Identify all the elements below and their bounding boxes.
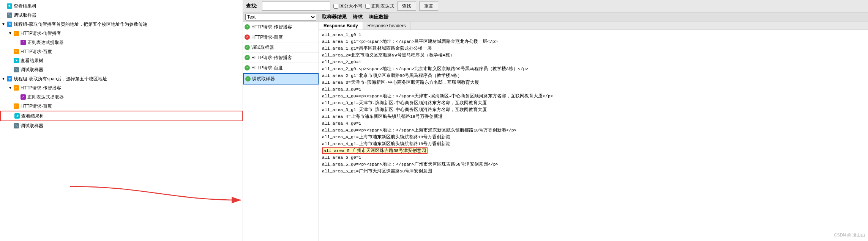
content-line: all_area_3_g1=天津市-滨海新区-中心商务区顺河路东方名邸，互联网教… [322, 100, 865, 106]
tree-item-text: HTTP请求-传智播客 [21, 30, 61, 37]
tree-item-l12[interactable]: HHTTP请求-百度 [0, 102, 243, 111]
tree-item-text: 查看结果树 [14, 2, 36, 10]
mid-item-m2[interactable]: ✕HTTP请求-百度 [243, 32, 319, 42]
thread-icon: ⊕ [7, 22, 12, 27]
find-button[interactable]: 查找 [397, 2, 416, 11]
content-line: all_area_3_g0=<p><span>地址：</span>天津市-滨海新… [322, 93, 865, 100]
content-line: all_area_4=上海市浦东新区航头镇航都路18号万香创新港 [322, 113, 865, 120]
left-tree-panel: 👁查看结果树🔧调试取样器▼⊕线程组-获取传智播客首页的地址，把第五个校区地址作为… [0, 0, 243, 241]
status-green-icon: ✓ [245, 55, 250, 60]
content-line: all_area_2_g0=1 [322, 59, 865, 66]
text-format-select[interactable]: Text [245, 14, 316, 20]
content-line: all_area_3_g1=天津市-滨海新区-中心商务区顺河路东方名邸，互联网教… [322, 106, 865, 113]
http-icon: H [14, 103, 19, 109]
http-icon: H [14, 85, 19, 91]
status-green-icon: ✓ [245, 65, 250, 70]
tree-item-text: 调试取样器 [21, 122, 43, 130]
right-panel: 查找: 区分大小写 正则表达式 查找 重置 Text ✓HTTP请求-传智播客✕… [243, 0, 868, 241]
tree-item-l4[interactable]: ▼HHTTP请求-传智播客 [0, 29, 243, 38]
tree-item-text: HTTP请求-百度 [21, 102, 52, 110]
response-label: 响应数据 [369, 14, 388, 20]
status-green-icon: ✓ [245, 45, 250, 50]
tree-item-l2[interactable]: 🔧调试取样器 [0, 11, 243, 20]
tree-item-l11[interactable]: .*正则表达式提取器 [0, 92, 243, 102]
content-line: all_area_5=广州市天河区珠吉路58号津安创意园 [322, 147, 865, 154]
http-icon: H [14, 31, 19, 36]
expand-icon: ▼ [8, 30, 13, 37]
mid-item-text: 调试取样器 [251, 44, 274, 51]
tree-item-text: 查看结果树 [21, 57, 43, 64]
thread-icon: ⊕ [7, 76, 12, 81]
tree-item-l3[interactable]: ▼⊕线程组-获取传智播客首页的地址，把第五个校区地址作为参数传递 [0, 20, 243, 29]
view-icon: 👁 [7, 3, 12, 9]
main-area: Text ✓HTTP请求-传智播客✕HTTP请求-百度✓调试取样器✓HTTP请求… [243, 13, 868, 241]
tree-item-l13[interactable]: 👁查看结果树 [0, 111, 243, 121]
tree-item-text: 线程组-获取所有span后，选择第五个校区地址 [14, 75, 107, 83]
mid-item-text: 调试取样器 [252, 75, 275, 83]
regex-label[interactable]: 正则表达式 [365, 3, 394, 9]
mid-item-m1[interactable]: ✓HTTP请求-传智播客 [243, 22, 319, 32]
content-line: all_area_3_g0=1 [322, 86, 865, 93]
content-line: all_area_5_g1=广州市天河区珠吉路58号津安创意园 [322, 168, 865, 175]
status-green-icon: ✓ [245, 24, 250, 30]
tree-item-text: HTTP请求-百度 [21, 48, 52, 55]
mid-item-m6[interactable]: ✓调试取样器 [243, 73, 319, 85]
view-icon: 👁 [14, 113, 20, 119]
mid-item-m5[interactable]: ✓HTTP请求-百度 [243, 63, 319, 73]
tree-item-text: 调试取样器 [14, 11, 36, 19]
regex-checkbox[interactable] [365, 4, 370, 9]
content-line: all_area_2_g1=北京市顺义区京顺路99号黑马程序员（教学楼A栋） [322, 72, 865, 79]
mid-item-m3[interactable]: ✓调试取样器 [243, 42, 319, 53]
mid-item-m4[interactable]: ✓HTTP请求-传智播客 [243, 53, 319, 63]
response-body-content: all_area_1_g0=1all_area_1_g1=<p><span>地址… [319, 30, 868, 241]
content-panel: 取样器结果 请求 响应数据 Response Body Response hea… [319, 13, 868, 241]
content-line: all_area_4_g1=上海市浦东新区航头镇航都路18号万香创新港 [322, 134, 865, 141]
text-dropdown-header: Text [243, 13, 319, 22]
tree-item-text: 线程组-获取传智播客首页的地址，把第五个校区地址作为参数传递 [14, 20, 147, 28]
content-line: all_area_1_g1=昌平区建材城西路金燕龙办公楼一层 [322, 45, 865, 52]
tree-item-l7[interactable]: 👁查看结果树 [0, 56, 243, 65]
tree-item-text: HTTP请求-传智播客 [21, 84, 61, 92]
toolbar: 查找: 区分大小写 正则表达式 查找 重置 [243, 0, 868, 13]
content-line: all_area_2=北京市顺义区京顺路99号黑马程序员（教学楼A栋） [322, 52, 865, 59]
expand-icon: ▼ [2, 75, 6, 83]
debug-icon: 🔧 [7, 13, 12, 18]
expand-icon: ▼ [8, 84, 13, 92]
content-line: all_area_5_g0=<p><span>地址：</span>广州市天河区珠… [322, 161, 865, 168]
expand-icon: ▼ [2, 20, 6, 28]
status-red-icon: ✕ [245, 34, 250, 40]
tree-item-l10[interactable]: ▼HHTTP请求-传智播客 [0, 83, 243, 92]
case-sensitive-label[interactable]: 区分大小写 [333, 3, 362, 9]
tree-item-text: 查看结果树 [21, 112, 44, 120]
content-header: 取样器结果 请求 响应数据 [319, 13, 868, 22]
status-green-icon: ✓ [245, 76, 251, 81]
sampler-results-label: 取样器结果 [322, 14, 347, 20]
tree-item-l5[interactable]: .*正则表达式提取器 [0, 38, 243, 47]
tree-item-l1[interactable]: 👁查看结果树 [0, 2, 243, 11]
content-line: all_area_1_g1=<p><span>地址：</span>昌平区建材城西… [322, 38, 865, 45]
content-line: all_area_4_g0=1 [322, 120, 865, 127]
http-icon: H [14, 49, 19, 54]
content-line: all_area_2_g0=<p><span>地址：</span>北京市顺义区京… [322, 66, 865, 72]
reset-button[interactable]: 重置 [419, 2, 438, 11]
content-line: all_area_3=天津市-滨海新区-中心商务区顺河路东方名邸，互联网教育大厦 [322, 79, 865, 86]
tree-item-l9[interactable]: ▼⊕线程组-获取所有span后，选择第五个校区地址 [0, 74, 243, 83]
tree-item-l14[interactable]: 🔧调试取样器 [0, 121, 243, 130]
response-headers-tab[interactable]: Response headers [363, 22, 411, 30]
mid-item-text: HTTP请求-传智播客 [251, 23, 292, 31]
content-line: all_area_1_g0=1 [322, 31, 865, 38]
view-icon: 👁 [14, 58, 19, 63]
regex-icon: .* [21, 40, 26, 45]
tree-item-text: 正则表达式提取器 [27, 39, 64, 46]
tree-item-l8[interactable]: 🔧调试取样器 [0, 65, 243, 74]
response-body-tab[interactable]: Response Body [319, 22, 363, 30]
middle-panel: Text ✓HTTP请求-传智播客✕HTTP请求-百度✓调试取样器✓HTTP请求… [243, 13, 319, 241]
response-sub-tabs: Response Body Response headers [319, 22, 868, 30]
debug-icon: 🔧 [14, 123, 19, 128]
find-input[interactable] [262, 2, 330, 11]
find-label: 查找: [246, 3, 257, 9]
case-sensitive-checkbox[interactable] [333, 4, 338, 9]
tree-item-l6[interactable]: HHTTP请求-百度 [0, 47, 243, 56]
tree-item-text: 正则表达式提取器 [27, 93, 64, 101]
tree-item-text: 调试取样器 [21, 66, 43, 74]
